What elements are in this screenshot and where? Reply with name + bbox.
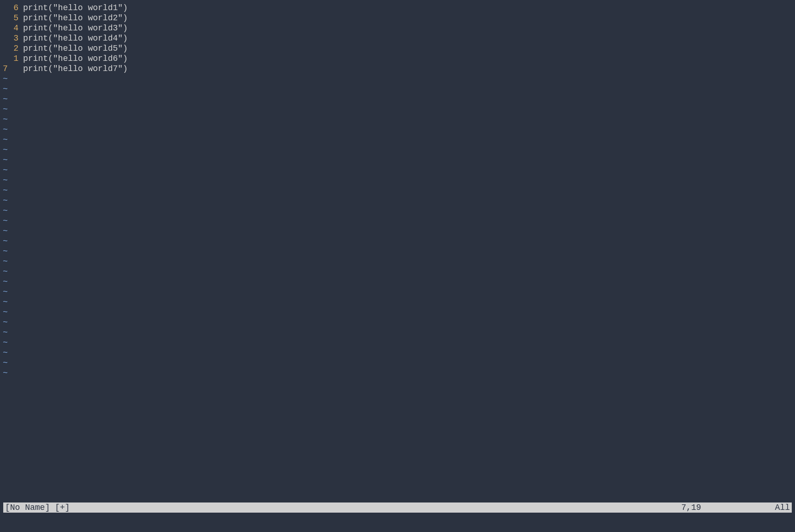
empty-line-tilde: ~: [0, 216, 795, 226]
empty-line-tilde: ~: [0, 358, 795, 368]
empty-line-tilde: ~: [0, 297, 795, 307]
empty-line-tilde: ~: [0, 368, 795, 378]
editor-area[interactable]: 6print("hello world1")5print("hello worl…: [0, 3, 795, 532]
empty-line-tilde: ~: [0, 246, 795, 256]
code-line[interactable]: 2print("hello world5"): [0, 43, 795, 53]
empty-line-tilde: ~: [0, 256, 795, 266]
empty-line-tilde: ~: [0, 226, 795, 236]
empty-line-tilde: ~: [0, 84, 795, 94]
code-text: print("hello world5"): [20, 43, 128, 53]
line-number: 3: [0, 33, 20, 43]
empty-line-tilde: ~: [0, 94, 795, 104]
empty-line-tilde: ~: [0, 155, 795, 165]
empty-line-tilde: ~: [0, 175, 795, 185]
empty-line-tilde: ~: [0, 104, 795, 114]
code-text: print("hello world1"): [20, 3, 128, 13]
line-number: 6: [0, 3, 20, 13]
code-text: print("hello world7"): [20, 64, 128, 74]
line-number: 1: [0, 53, 20, 64]
code-line[interactable]: 7print("hello world7"): [0, 64, 795, 74]
empty-line-tilde: ~: [0, 206, 795, 216]
empty-line-tilde: ~: [0, 185, 795, 195]
empty-line-tilde: ~: [0, 124, 795, 135]
empty-line-tilde: ~: [0, 307, 795, 317]
code-text: print("hello world2"): [20, 13, 128, 23]
empty-line-tilde: ~: [0, 266, 795, 277]
code-line[interactable]: 5print("hello world2"): [0, 13, 795, 23]
status-bar: [No Name] [+] 7,19 All: [3, 502, 792, 513]
code-text: print("hello world6"): [20, 53, 128, 64]
empty-line-tilde: ~: [0, 277, 795, 287]
line-number: 5: [0, 13, 20, 23]
empty-line-tilde: ~: [0, 135, 795, 145]
line-number: 4: [0, 23, 20, 33]
status-position: 7,19: [681, 502, 775, 513]
code-line[interactable]: 1print("hello world6"): [0, 53, 795, 64]
line-number: 2: [0, 43, 20, 53]
empty-line-tilde: ~: [0, 236, 795, 246]
code-text: print("hello world3"): [20, 23, 128, 33]
status-scroll: All: [775, 502, 792, 513]
empty-line-tilde: ~: [0, 348, 795, 358]
code-line[interactable]: 4print("hello world3"): [0, 23, 795, 33]
line-number: 7: [0, 64, 20, 74]
empty-line-tilde: ~: [0, 114, 795, 124]
empty-line-tilde: ~: [0, 165, 795, 175]
code-line[interactable]: 6print("hello world1"): [0, 3, 795, 13]
empty-line-tilde: ~: [0, 337, 795, 348]
empty-line-tilde: ~: [0, 287, 795, 297]
empty-line-tilde: ~: [0, 327, 795, 337]
code-text: print("hello world4"): [20, 33, 128, 43]
status-filename: [No Name] [+]: [3, 502, 70, 513]
empty-line-tilde: ~: [0, 74, 795, 84]
code-line[interactable]: 3print("hello world4"): [0, 33, 795, 43]
empty-line-tilde: ~: [0, 145, 795, 155]
empty-line-tilde: ~: [0, 317, 795, 327]
empty-line-tilde: ~: [0, 195, 795, 206]
